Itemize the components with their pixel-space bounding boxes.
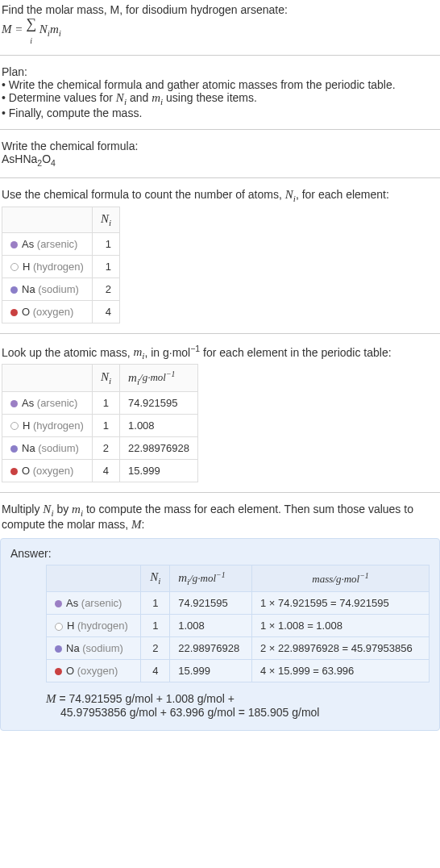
col-element [2, 207, 93, 232]
cell-N: 2 [92, 278, 119, 300]
cell-element: O (oxygen) [47, 660, 141, 682]
cell-element: H (hydrogen) [2, 255, 93, 278]
element-name: (hydrogen) [33, 419, 84, 432]
cell-element: Na (sodium) [47, 637, 141, 660]
element-name: (oxygen) [33, 465, 74, 477]
plan-block: Plan: • Write the chemical formula and g… [0, 62, 440, 123]
cell-m: 74.921595 [170, 592, 252, 615]
cell-N: 2 [92, 436, 119, 459]
element-dot-icon [55, 668, 62, 675]
divider [0, 333, 440, 334]
cell-element: O (oxygen) [2, 459, 93, 482]
multiply-block: Multiply Ni by mi to compute the mass fo… [0, 499, 440, 535]
element-symbol: H [23, 261, 30, 273]
element-name: (arsenic) [37, 238, 78, 250]
table-row: O (oxygen)4 [2, 300, 120, 323]
divider [0, 129, 440, 130]
element-symbol: Na [22, 283, 35, 295]
cell-mass: 1 × 74.921595 = 74.921595 [251, 592, 429, 615]
element-name: (sodium) [82, 642, 123, 654]
plan-heading: Plan: [2, 65, 438, 78]
table-row: O (oxygen)415.9994 × 15.999 = 63.996 [47, 660, 430, 682]
table-row: O (oxygen)415.999 [2, 459, 198, 482]
chem-formula-value: AsHNa2O4 [2, 152, 438, 168]
element-symbol: As [22, 238, 34, 250]
final-line1: M = 74.921595 g/mol + 1.008 g/mol + [46, 692, 430, 706]
element-name: (oxygen) [77, 665, 118, 677]
divider [0, 177, 440, 178]
cell-N: 1 [92, 391, 119, 414]
molar-mass-formula: M = ∑ i Nimi [2, 16, 438, 45]
plan-item-3-text: Finally, compute the mass. [9, 106, 142, 119]
element-dot-icon [10, 263, 19, 271]
cell-element: H (hydrogen) [2, 414, 93, 436]
element-name: (arsenic) [37, 397, 78, 409]
element-dot-icon [10, 400, 18, 407]
count-block: Use the chemical formula to count the nu… [0, 185, 440, 327]
element-name: (oxygen) [33, 306, 74, 318]
answer-block: Answer: Ni mi/g·mol−1 mass/g·mol−1 As (a… [0, 538, 440, 731]
col-N: Ni [92, 365, 119, 391]
formula-M: M [2, 23, 12, 35]
cell-N: 1 [141, 592, 170, 615]
element-dot-icon [55, 623, 63, 631]
table-row: As (arsenic)1 [2, 232, 120, 255]
chem-formula-block: Write the chemical formula: AsHNa2O4 [0, 136, 440, 171]
element-name: (sodium) [38, 442, 79, 454]
element-name: (hydrogen) [77, 620, 128, 632]
cell-m: 22.98976928 [170, 637, 252, 660]
element-dot-icon [55, 645, 62, 653]
count-table: Ni As (arsenic)1 H (hydrogen)1 Na (sodiu… [2, 207, 120, 323]
cell-element: H (hydrogen) [47, 615, 141, 637]
cell-m: 22.98976928 [120, 436, 198, 459]
final-line2: 45.97953856 g/mol + 63.996 g/mol = 185.9… [46, 706, 430, 719]
table-row: H (hydrogen)11.008 [2, 414, 198, 436]
plan-item-2: • Determine values for Ni and mi using t… [2, 91, 438, 106]
element-dot-icon [10, 241, 18, 248]
col-m: mi/g·mol−1 [120, 365, 198, 391]
masses-table: Ni mi/g·mol−1 As (arsenic)174.921595 H (… [2, 364, 198, 482]
col-element [2, 365, 93, 391]
element-symbol: H [67, 620, 74, 632]
multiply-heading: Multiply Ni by mi to compute the mass fo… [2, 503, 438, 532]
element-dot-icon [10, 309, 18, 316]
element-dot-icon [10, 286, 18, 294]
element-name: (hydrogen) [33, 261, 84, 273]
table-header-row: Ni mi/g·mol−1 [2, 365, 198, 391]
element-name: (arsenic) [81, 597, 122, 609]
masses-block: Look up the atomic mass, mi, in g·mol−1 … [0, 340, 440, 486]
table-row: Na (sodium)222.98976928 [2, 436, 198, 459]
cell-N: 1 [141, 615, 170, 637]
plan-item-1-text: Write the chemical formula and gather at… [9, 78, 396, 91]
cell-mass: 4 × 15.999 = 63.996 [251, 660, 429, 682]
cell-element: As (arsenic) [47, 592, 141, 615]
table-row: H (hydrogen)11.0081 × 1.008 = 1.008 [47, 615, 430, 637]
element-symbol: As [66, 597, 78, 609]
cell-element: Na (sodium) [2, 278, 93, 300]
count-heading: Use the chemical formula to count the nu… [2, 188, 438, 203]
cell-element: As (arsenic) [2, 391, 93, 414]
cell-N: 1 [92, 232, 119, 255]
plan-item-3: • Finally, compute the mass. [2, 106, 438, 119]
table-row: H (hydrogen)1 [2, 255, 120, 278]
intro-line1: Find the molar mass, M, for disodium hyd… [2, 3, 288, 16]
element-name: (sodium) [38, 283, 79, 295]
table-row: As (arsenic)174.9215951 × 74.921595 = 74… [47, 592, 430, 615]
table-row: As (arsenic)174.921595 [2, 391, 198, 414]
cell-N: 4 [92, 459, 119, 482]
cell-N: 1 [92, 414, 119, 436]
table-row: Na (sodium)2 [2, 278, 120, 300]
table-header-row: Ni [2, 207, 120, 232]
element-symbol: Na [66, 642, 80, 654]
element-dot-icon [55, 600, 62, 607]
element-dot-icon [10, 445, 18, 453]
final-sum: M = 74.921595 g/mol + 1.008 g/mol + 45.9… [46, 692, 430, 719]
col-N: Ni [141, 565, 170, 591]
intro-text: Find the molar mass, M, for disodium hyd… [2, 3, 438, 16]
sigma-icon: ∑ [26, 15, 36, 31]
element-symbol: O [22, 465, 30, 477]
cell-N: 1 [92, 255, 119, 278]
element-symbol: O [66, 665, 74, 677]
cell-mass: 1 × 1.008 = 1.008 [251, 615, 429, 637]
cell-m: 74.921595 [120, 391, 198, 414]
